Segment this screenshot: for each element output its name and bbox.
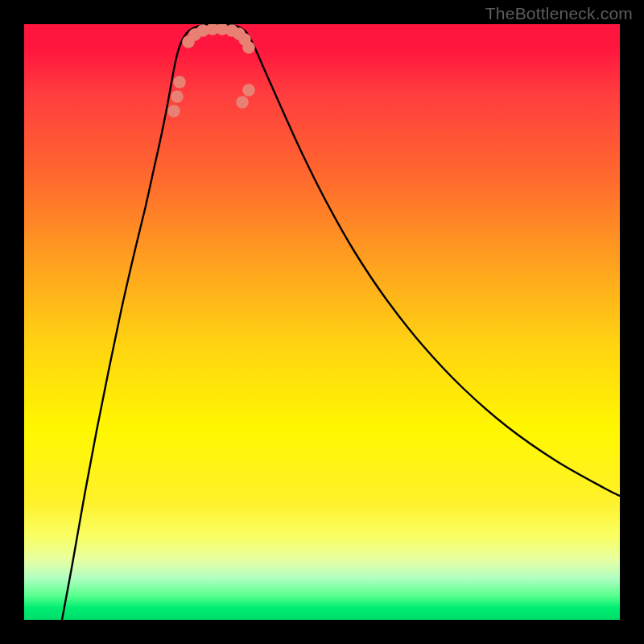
- svg-point-0: [167, 105, 180, 118]
- svg-point-11: [242, 41, 255, 54]
- watermark-text: TheBottleneck.com: [485, 4, 633, 23]
- data-markers: [167, 24, 255, 118]
- svg-point-1: [171, 90, 184, 103]
- chart-frame: TheBottleneck.com: [0, 0, 644, 644]
- svg-point-13: [242, 84, 255, 97]
- curve-layer: [24, 24, 620, 620]
- svg-point-12: [236, 96, 249, 109]
- svg-point-2: [173, 76, 186, 89]
- bottleneck-curve: [62, 24, 620, 620]
- plot-area: [24, 24, 620, 620]
